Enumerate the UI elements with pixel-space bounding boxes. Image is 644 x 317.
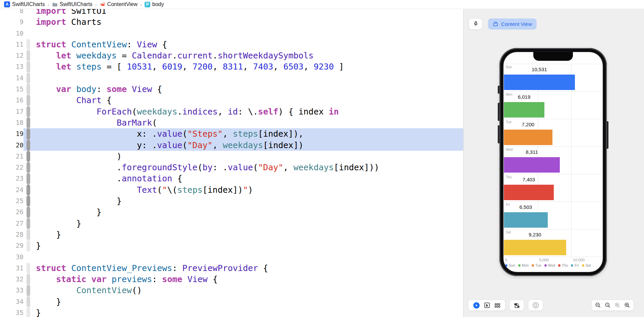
- code-line-content: }: [23, 207, 463, 218]
- pin-preview-button[interactable]: [469, 18, 482, 30]
- code-line-15[interactable]: 15 var body: some View {: [0, 84, 463, 95]
- line-number[interactable]: 23: [0, 173, 23, 184]
- code-line-23[interactable]: 23 .annotation {: [0, 173, 463, 184]
- change-ribbon: [26, 61, 30, 72]
- code-line-14[interactable]: 14: [0, 73, 463, 84]
- code-line-8[interactable]: 8import SwiftUI: [0, 9, 463, 16]
- code-line-16[interactable]: 16 Chart {: [0, 95, 463, 106]
- code-line-25[interactable]: 25 }: [0, 195, 463, 207]
- code-line-19[interactable]: 19 x: .value("Steps", steps[index]),: [0, 128, 463, 139]
- code-text: }: [30, 240, 463, 251]
- code-token: ": [243, 185, 248, 195]
- change-ribbon: [26, 240, 30, 251]
- zoom-in-button[interactable]: [624, 302, 630, 308]
- source-editor[interactable]: 8import SwiftUI9import Charts1011struct …: [0, 9, 463, 317]
- line-number[interactable]: 20: [0, 140, 23, 151]
- line-number[interactable]: 13: [0, 61, 23, 72]
- line-number[interactable]: 35: [0, 307, 23, 317]
- line-number[interactable]: 27: [0, 218, 23, 229]
- code-line-28[interactable]: 28 }: [0, 229, 463, 240]
- breadcrumb-file[interactable]: ContentView: [100, 1, 138, 7]
- line-number[interactable]: 26: [0, 207, 23, 218]
- code-line-34[interactable]: 34 }: [0, 296, 463, 307]
- breadcrumb-symbol[interactable]: P body: [145, 1, 164, 7]
- code-line-content: ): [23, 151, 463, 162]
- line-number[interactable]: 11: [0, 39, 23, 50]
- breadcrumb-project[interactable]: A SwiftUICharts: [4, 1, 45, 7]
- code-line-29[interactable]: 29}: [0, 240, 463, 251]
- code-line-content: }: [23, 240, 463, 251]
- code-token: ,: [243, 62, 253, 72]
- change-ribbon: [26, 151, 30, 162]
- line-number[interactable]: 22: [0, 162, 23, 173]
- legend-dot: [532, 264, 534, 267]
- chart-row-sun: Sun10,531: [504, 64, 602, 91]
- change-ribbon: [26, 173, 30, 184]
- line-number[interactable]: 25: [0, 195, 23, 207]
- line-number[interactable]: 29: [0, 240, 23, 251]
- code-line-13[interactable]: 13 let steps = [ 10531, 6019, 7200, 8311…: [0, 61, 463, 72]
- line-number[interactable]: 12: [0, 50, 23, 61]
- color-scheme-variants-button[interactable]: [509, 300, 524, 311]
- line-number[interactable]: 24: [0, 184, 23, 195]
- line-number[interactable]: 33: [0, 285, 23, 296]
- xcode-project-icon: A: [4, 1, 10, 7]
- selectable-preview-button[interactable]: [484, 302, 490, 308]
- code-line-30[interactable]: 30: [0, 252, 463, 263]
- code-token: ,: [223, 129, 233, 139]
- zoom-out-button[interactable]: [595, 302, 601, 308]
- line-number[interactable]: 8: [0, 9, 23, 16]
- code-token: .: [177, 107, 182, 117]
- device-settings-button[interactable]: [528, 300, 543, 311]
- code-token: [36, 95, 76, 105]
- code-line-20[interactable]: 20 y: .value("Day", weekdays[index]): [0, 140, 463, 151]
- line-number[interactable]: 10: [0, 28, 23, 39]
- live-preview-button[interactable]: [473, 302, 480, 309]
- legend-item-tue: Tue: [532, 263, 541, 267]
- code-line-11[interactable]: 11struct ContentView: View {: [0, 39, 463, 50]
- line-number[interactable]: 14: [0, 73, 23, 84]
- code-line-27[interactable]: 27 }: [0, 218, 463, 229]
- code-token: ): [36, 151, 122, 161]
- code-line-31[interactable]: 31struct ContentView_Previews: PreviewPr…: [0, 263, 463, 274]
- code-line-12[interactable]: 12 let weekdays = Calendar.current.short…: [0, 50, 463, 61]
- breadcrumb-group[interactable]: SwiftUICharts: [52, 1, 93, 7]
- code-token: {: [102, 95, 112, 105]
- code-line-9[interactable]: 9import Charts: [0, 16, 463, 28]
- code-token: [71, 51, 76, 60]
- code-token: struct: [36, 40, 66, 49]
- line-number[interactable]: 34: [0, 296, 23, 307]
- line-number[interactable]: 16: [0, 95, 23, 106]
- code-line-17[interactable]: 17 ForEach(weekdays.indices, id: \.self)…: [0, 106, 463, 117]
- code-line-21[interactable]: 21 ): [0, 151, 463, 162]
- line-number[interactable]: 32: [0, 274, 23, 285]
- code-token: 8311: [223, 62, 243, 72]
- code-text: .annotation {: [30, 173, 463, 184]
- line-number[interactable]: 21: [0, 151, 23, 162]
- line-number[interactable]: 18: [0, 117, 23, 128]
- line-number[interactable]: 15: [0, 84, 23, 95]
- code-line-18[interactable]: 18 BarMark(: [0, 117, 463, 128]
- code-text: ForEach(weekdays.indices, id: \.self) { …: [30, 106, 463, 117]
- content-view-tab[interactable]: Content View: [488, 18, 537, 30]
- line-number[interactable]: 31: [0, 263, 23, 274]
- breadcrumb-label: SwiftUICharts: [60, 1, 93, 7]
- line-number[interactable]: 17: [0, 106, 23, 117]
- code-line-33[interactable]: 33 ContentView(): [0, 285, 463, 296]
- legend-dot: [558, 264, 560, 267]
- code-line-10[interactable]: 10: [0, 28, 463, 39]
- code-line-35[interactable]: 35}: [0, 307, 463, 317]
- line-number[interactable]: 9: [0, 16, 23, 28]
- line-number[interactable]: 28: [0, 229, 23, 240]
- zoom-fit-button[interactable]: [614, 302, 621, 308]
- zoom-100-button[interactable]: 1: [605, 302, 611, 308]
- code-token: id: [228, 107, 238, 117]
- line-number[interactable]: 19: [0, 128, 23, 139]
- legend-dot: [571, 264, 573, 267]
- code-line-24[interactable]: 24 Text("\(steps[index])"): [0, 184, 463, 195]
- code-line-26[interactable]: 26 }: [0, 207, 463, 218]
- variants-grid-button[interactable]: [494, 302, 500, 308]
- line-number[interactable]: 30: [0, 252, 23, 263]
- code-line-32[interactable]: 32 static var previews: some View {: [0, 274, 463, 285]
- code-line-22[interactable]: 22 .foregroundStyle(by: .value("Day", we…: [0, 162, 463, 173]
